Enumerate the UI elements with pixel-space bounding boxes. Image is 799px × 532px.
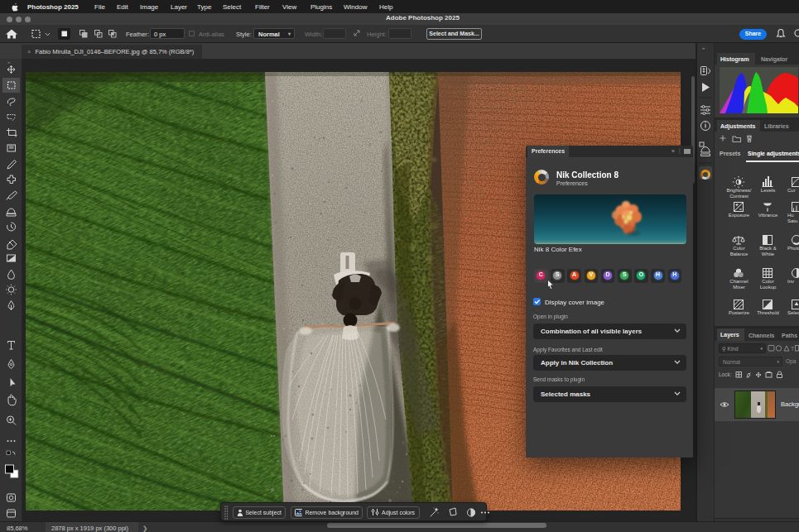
svg-text:T: T bbox=[791, 346, 795, 352]
svg-text:»: » bbox=[7, 60, 11, 65]
svg-text:»: » bbox=[702, 46, 705, 50]
